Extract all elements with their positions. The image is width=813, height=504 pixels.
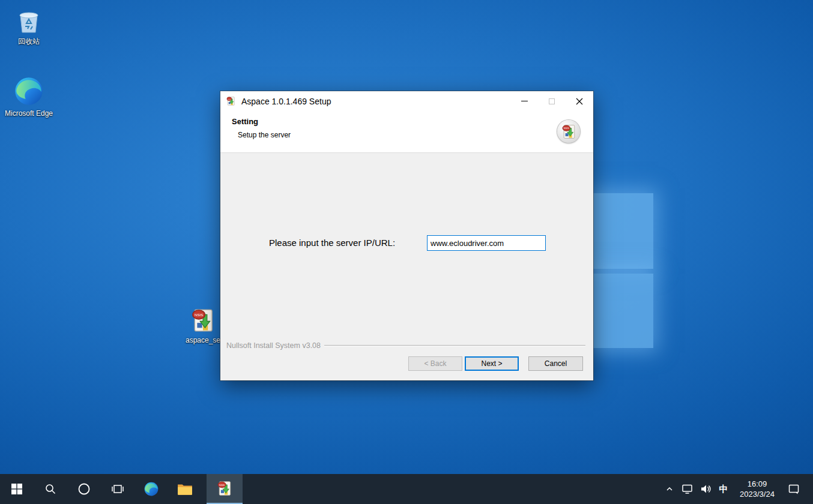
cortana-icon — [77, 482, 91, 496]
window-app-icon — [226, 96, 236, 106]
maximize-icon — [549, 98, 555, 104]
tray-show-hidden-icons[interactable] — [660, 474, 679, 504]
next-button[interactable]: Next > — [465, 356, 519, 371]
clock-time: 16:09 — [733, 479, 782, 489]
task-view-button[interactable] — [101, 474, 134, 504]
nsis-badge-icon — [561, 124, 577, 140]
minimize-icon — [521, 101, 528, 101]
server-url-prompt: Please input the server IP/URL: — [269, 238, 395, 248]
chevron-up-icon — [665, 485, 674, 493]
network-icon — [682, 483, 694, 495]
clock-date: 2023/3/24 — [733, 489, 782, 499]
maximize-button — [538, 91, 566, 111]
tray-volume[interactable] — [697, 474, 715, 504]
branding-divider — [324, 345, 585, 346]
desktop-icon-edge[interactable]: Microsoft Edge — [1, 76, 56, 118]
wizard-header-badge — [557, 120, 580, 143]
cortana-button[interactable] — [67, 474, 101, 504]
wizard-page-title: Setting — [232, 117, 258, 126]
task-view-icon — [111, 483, 124, 495]
taskbar-search-button[interactable] — [34, 474, 67, 504]
start-button[interactable] — [0, 474, 34, 504]
nullsoft-branding: Nullsoft Install System v3.08 — [226, 341, 321, 350]
notification-icon — [788, 483, 800, 495]
wizard-header: Setting Setup the server — [220, 111, 593, 153]
tray-clock[interactable]: 16:09 2023/3/24 — [733, 479, 782, 499]
minimize-button[interactable] — [510, 91, 538, 111]
windows-logo-icon — [11, 484, 22, 494]
close-button[interactable] — [566, 91, 593, 111]
recycle-bin-label: 回收站 — [1, 37, 56, 46]
file-explorer-button[interactable] — [168, 474, 202, 504]
branding-row: Nullsoft Install System v3.08 — [226, 341, 585, 350]
taskbar-installer-button[interactable] — [207, 474, 243, 504]
wizard-body: Please input the server IP/URL: Nullsoft… — [220, 153, 593, 380]
installer-window: Aspace 1.0.1.469 Setup Setting Setup the… — [220, 91, 593, 380]
edge-icon — [1, 76, 56, 107]
recycle-bin-icon — [1, 6, 56, 35]
system-tray: 中 16:09 2023/3/24 — [660, 474, 813, 504]
file-explorer-icon — [177, 482, 193, 496]
wallpaper-window-pane-top — [591, 193, 653, 269]
wizard-page-subtitle: Setup the server — [238, 131, 291, 139]
tray-ime-indicator[interactable]: 中 — [715, 474, 733, 504]
server-url-input[interactable] — [427, 235, 546, 251]
window-title: Aspace 1.0.1.469 Setup — [241, 97, 510, 106]
taskbar-edge-button[interactable] — [134, 474, 168, 504]
nsis-taskbar-icon — [216, 480, 233, 497]
speaker-icon — [700, 483, 712, 495]
edge-taskbar-icon — [144, 481, 159, 497]
window-titlebar[interactable]: Aspace 1.0.1.469 Setup — [220, 91, 593, 111]
taskbar: 中 16:09 2023/3/24 — [0, 474, 813, 504]
tray-network[interactable] — [679, 474, 697, 504]
action-center-button[interactable] — [782, 474, 806, 504]
wallpaper-window-pane-bottom — [591, 274, 653, 348]
close-icon — [576, 98, 583, 105]
desktop-icon-recycle-bin[interactable]: 回收站 — [1, 6, 56, 46]
search-icon — [44, 483, 56, 495]
edge-label: Microsoft Edge — [1, 109, 56, 118]
back-button: < Back — [408, 356, 462, 371]
cancel-button[interactable]: Cancel — [528, 356, 583, 371]
